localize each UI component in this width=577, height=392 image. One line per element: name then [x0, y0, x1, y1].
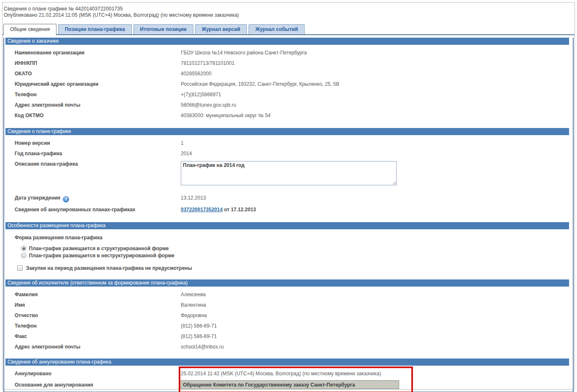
section-annulment: Сведения об аннулировании плана-графика …	[4, 359, 573, 392]
field-label: Сведения об аннулированных планах-график…	[15, 207, 181, 213]
field-label: Телефон	[15, 323, 181, 329]
annulled-plan-link[interactable]: 037220017352014	[181, 207, 223, 213]
row-oktmo: Код ОКТМО 40383000: муниципальный округ …	[4, 110, 573, 126]
radio-label-structured: План-график размещается в структурирован…	[29, 246, 169, 251]
field-value	[181, 380, 399, 389]
field-value: ГБОУ Школа №14 Невского района Санкт-Пет…	[181, 50, 307, 56]
field-label-text: Дата утверждения	[15, 195, 60, 201]
radio-option-unstructured[interactable]: План-график размещается в неструктуриров…	[4, 252, 573, 259]
row-approval-date: Дата утверждения 13.12.2013	[4, 189, 573, 205]
field-value: (812) 586-69-71	[181, 333, 217, 340]
placement-form-label: Форма размещения плана-графика	[4, 232, 573, 242]
field-value: План-график на 2014 год	[181, 161, 397, 187]
row-phone: Телефон +(7)(812)5866971	[4, 90, 573, 100]
field-value: Федоровна	[181, 313, 207, 319]
section-header-placement: Особенности размещения плана-графика	[5, 222, 569, 229]
tab-event-log[interactable]: Журнал событий	[249, 24, 305, 34]
row-middle-name: Отчество Федоровна	[4, 310, 573, 321]
field-label: Год плана-графика	[15, 151, 181, 157]
plan-description-textarea[interactable]: План-график на 2014 год	[181, 161, 397, 185]
section-header-executor: Сведения об исполнителе (ответственном з…	[5, 279, 569, 287]
tab-total-positions[interactable]: Итоговые позиции	[133, 24, 193, 34]
radio-unstructured-form[interactable]	[21, 253, 26, 258]
field-label: Код ОКТМО	[15, 113, 181, 119]
field-label: Аннулировано	[15, 371, 181, 377]
row-legal-address: Юридический адрес организации Российская…	[4, 79, 573, 90]
row-fax: Факс (812) 586-69-71	[4, 331, 573, 342]
row-executor-phone: Телефон (812) 586-69-71	[4, 321, 573, 331]
field-label: Дата утверждения	[15, 195, 181, 202]
field-value: 40383000: муниципальный округ № 54	[181, 113, 271, 119]
field-label: ИНН/КПП	[15, 60, 181, 67]
field-label: Адрес электронной почты	[15, 102, 181, 108]
section-placement-features: Особенности размещения плана-графика Фор…	[4, 222, 573, 277]
field-label: ОКАТО	[15, 71, 181, 77]
field-value: Валентина	[181, 302, 206, 308]
section-executor: Сведения об исполнителе (ответственном з…	[4, 279, 573, 356]
section-customer: Сведения о заказчике Наименование органи…	[4, 38, 573, 126]
page-header: Сведения о плане графике № 4420140372200…	[3, 3, 574, 18]
field-value: school14@inbox.ru	[181, 344, 224, 350]
field-value: 25.02.2014 11:42 (MSK (UTC+4) Москва, Во…	[181, 371, 381, 377]
radio-label-unstructured: План-график размещается в неструктуриров…	[29, 253, 174, 259]
row-inn-kpp: ИНН/КПП 7811022713/781101001	[4, 58, 573, 69]
page-title: Сведения о плане графике № 4420140372200…	[4, 6, 570, 12]
field-label: Юридический адрес организации	[15, 81, 181, 87]
field-value: +(7)(812)5866971	[181, 92, 221, 98]
row-plan-year: Год плана-графика 2014	[4, 149, 573, 159]
field-label: Описание плана-графика	[15, 161, 181, 167]
help-icon[interactable]	[63, 196, 69, 202]
field-value: 40285562000	[181, 71, 211, 77]
row-first-name: Имя Валентина	[4, 300, 573, 310]
field-value: 1	[181, 140, 184, 146]
row-last-name: Фамилия Алексеева	[4, 290, 573, 300]
checkbox-no-purchases[interactable]	[17, 265, 23, 271]
field-label: Телефон	[15, 92, 181, 98]
section-header-customer: Сведения о заказчике	[5, 38, 569, 45]
tab-version-log[interactable]: Журнал версий	[195, 24, 247, 34]
checkbox-option-no-purchases[interactable]: Закупки на период размещения плана-графи…	[4, 259, 573, 277]
row-annulment-reason: Основание для аннулирования	[4, 379, 573, 391]
field-label: Имя	[15, 302, 181, 308]
row-email: Адрес электронной почты 56066@tunev.gov.…	[4, 100, 573, 110]
annulment-reason-input[interactable]	[181, 380, 399, 389]
field-label: Отчество	[15, 313, 181, 319]
field-label: Основание для аннулирования	[15, 380, 181, 388]
page-frame: Сведения о плане графике № 4420140372200…	[2, 2, 575, 389]
field-value: 037220017352014 от 17.12.2013	[181, 207, 256, 213]
row-annulled-plans: Сведения об аннулированных планах-график…	[4, 205, 573, 220]
section-header-plan-graph: Сведения о плане-графике	[5, 128, 569, 135]
row-org-name: Наименование организации ГБОУ Школа №14 …	[4, 48, 573, 58]
field-label: Наименование организации	[15, 50, 181, 56]
field-value: Российская Федерация, 193232, Санкт-Пете…	[181, 81, 339, 87]
checkbox-label-no-purchases: Закупки на период размещения плана-графи…	[26, 265, 192, 271]
field-value: 13.12.2013	[181, 195, 206, 201]
field-label: Фамилия	[15, 292, 181, 298]
tab-plan-positions[interactable]: Позиции плана-графика	[58, 24, 132, 34]
tab-bar: Общие сведения Позиции плана-графика Ито…	[3, 18, 574, 35]
tab-general-info[interactable]: Общие сведения	[3, 24, 56, 35]
field-value: 7811022713/781101001	[181, 60, 234, 67]
tab-content-panel: Сведения о заказчике Наименование органи…	[3, 38, 574, 392]
annulled-plan-date: от 17.12.2013	[224, 207, 256, 213]
section-header-annulment: Сведения об аннулировании плана-графика	[5, 359, 569, 366]
field-value: Алексеева	[181, 292, 205, 298]
section-plan-graph: Сведения о плане-графике Номер версии 1 …	[4, 128, 573, 220]
row-plan-description: Описание плана-графика План-график на 20…	[4, 159, 573, 189]
field-label: Факс	[15, 333, 181, 340]
row-executor-email: Адрес электронной почты school14@inbox.r…	[4, 342, 573, 356]
field-value: (812) 586-69-71	[181, 323, 217, 329]
row-version-number: Номер версии 1	[4, 138, 573, 149]
radio-structured-form[interactable]	[21, 246, 26, 251]
row-annulled-date: Аннулировано 25.02.2014 11:42 (MSK (UTC+…	[4, 369, 573, 379]
row-okato: ОКАТО 40285562000	[4, 69, 573, 79]
radio-option-structured[interactable]: План-график размещается в структурирован…	[4, 242, 573, 252]
field-value: 56066@tunev.gov.spb.ru	[181, 102, 236, 108]
field-label: Номер версии	[15, 140, 181, 146]
published-timestamp: Опубликовано 21.02.2014 11:05 (MSK (UTC+…	[4, 12, 570, 18]
field-label: Адрес электронной почты	[15, 344, 181, 350]
field-value: 2014	[181, 151, 192, 157]
